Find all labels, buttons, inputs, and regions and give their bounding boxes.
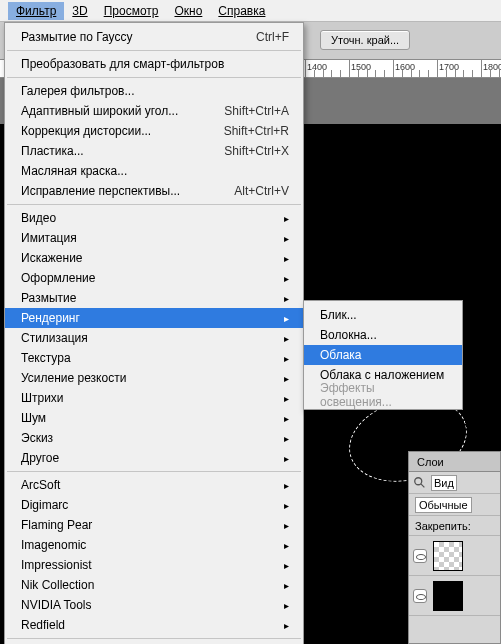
menu-item-category[interactable]: Текстура▸ bbox=[5, 348, 303, 368]
menu-item-label: Размытие bbox=[21, 291, 76, 305]
menu-item-label: Адаптивный широкий угол... bbox=[21, 104, 178, 118]
ruler-tick bbox=[393, 60, 394, 78]
menu-item-label: Шум bbox=[21, 411, 46, 425]
submenu-arrow-icon: ▸ bbox=[284, 233, 289, 244]
ruler-minor-tick bbox=[375, 70, 376, 78]
menu-item[interactable]: Масляная краска... bbox=[5, 161, 303, 181]
submenu-item[interactable]: Облака bbox=[304, 345, 462, 365]
layers-panel[interactable]: Слои Вид Обычные Закрепить: bbox=[408, 451, 501, 644]
ruler-minor-tick bbox=[490, 70, 491, 78]
layer-row[interactable] bbox=[409, 576, 500, 616]
visibility-toggle-icon[interactable] bbox=[413, 589, 427, 603]
blend-mode-select[interactable]: Обычные bbox=[415, 497, 472, 513]
ruler-tick-label: 1700 bbox=[439, 62, 459, 72]
submenu-arrow-icon: ▸ bbox=[284, 333, 289, 344]
menu-item-category[interactable]: Искажение▸ bbox=[5, 248, 303, 268]
menu-item-category[interactable]: Усиление резкости▸ bbox=[5, 368, 303, 388]
menu-item-label: Nik Collection bbox=[21, 578, 94, 592]
menu-item[interactable]: Исправление перспективы...Alt+Ctrl+V bbox=[5, 181, 303, 201]
submenu-arrow-icon: ▸ bbox=[284, 413, 289, 424]
menu-item-convert-smart[interactable]: Преобразовать для смарт-фильтров bbox=[5, 54, 303, 74]
menu-item-label: NVIDIA Tools bbox=[21, 598, 91, 612]
layers-filter-kind[interactable]: Вид bbox=[431, 475, 457, 491]
ruler-minor-tick bbox=[340, 70, 341, 78]
menu-item-category[interactable]: Штрихи▸ bbox=[5, 388, 303, 408]
menu-item-category[interactable]: Рендеринг▸ bbox=[5, 308, 303, 328]
menu-item-category[interactable]: Видео▸ bbox=[5, 208, 303, 228]
menu-item-category[interactable]: Шум▸ bbox=[5, 408, 303, 428]
ruler-minor-tick bbox=[358, 70, 359, 78]
submenu-arrow-icon: ▸ bbox=[284, 620, 289, 631]
menu-item-label: Исправление перспективы... bbox=[21, 184, 180, 198]
menu-item[interactable]: Адаптивный широкий угол...Shift+Ctrl+A bbox=[5, 101, 303, 121]
menu-item-category[interactable]: Имитация▸ bbox=[5, 228, 303, 248]
menu-item-category[interactable]: Другое▸ bbox=[5, 448, 303, 468]
menu-item-label: Штрихи bbox=[21, 391, 64, 405]
ruler-minor-tick bbox=[419, 70, 420, 78]
layers-list bbox=[409, 536, 500, 616]
layers-panel-title: Слои bbox=[417, 456, 444, 468]
menu-item-shortcut: Shift+Ctrl+R bbox=[224, 124, 289, 138]
submenu-item[interactable]: Волокна... bbox=[304, 325, 462, 345]
menu-item-plugin[interactable]: Imagenomic▸ bbox=[5, 535, 303, 555]
menu-item-label: Имитация bbox=[21, 231, 77, 245]
menu-item-shortcut: Alt+Ctrl+V bbox=[234, 184, 289, 198]
layers-panel-tab[interactable]: Слои bbox=[409, 452, 500, 472]
ruler-minor-tick bbox=[499, 70, 500, 78]
menu-item-label: Текстура bbox=[21, 351, 71, 365]
menu-filter[interactable]: Фильтр bbox=[8, 2, 64, 20]
menubar: Фильтр 3D Просмотр Окно Справка bbox=[0, 0, 501, 22]
ruler-minor-tick bbox=[367, 70, 368, 78]
menu-item-category[interactable]: Стилизация▸ bbox=[5, 328, 303, 348]
ruler-minor-tick bbox=[384, 70, 385, 78]
submenu-arrow-icon: ▸ bbox=[284, 373, 289, 384]
submenu-item[interactable]: Блик... bbox=[304, 305, 462, 325]
ruler-minor-tick bbox=[402, 70, 403, 78]
menu-item-label: Искажение bbox=[21, 251, 83, 265]
menu-item-plugin[interactable]: Nik Collection▸ bbox=[5, 575, 303, 595]
submenu-item-label: Волокна... bbox=[320, 328, 377, 342]
menu-view[interactable]: Просмотр bbox=[96, 2, 167, 20]
ruler-minor-tick bbox=[411, 70, 412, 78]
ruler-tick-label: 1400 bbox=[307, 62, 327, 72]
menu-item-plugin[interactable]: ArcSoft▸ bbox=[5, 475, 303, 495]
submenu-item: Эффекты освещения... bbox=[304, 385, 462, 405]
menu-item-label: Redfield bbox=[21, 618, 65, 632]
layer-thumbnail[interactable] bbox=[433, 581, 463, 611]
ruler-minor-tick bbox=[472, 70, 473, 78]
menu-item-plugin[interactable]: NVIDIA Tools▸ bbox=[5, 595, 303, 615]
menu-window[interactable]: Окно bbox=[166, 2, 210, 20]
menu-item-shortcut: Shift+Ctrl+A bbox=[224, 104, 289, 118]
menu-help[interactable]: Справка bbox=[210, 2, 273, 20]
menu-item-plugin[interactable]: Redfield▸ bbox=[5, 615, 303, 635]
menu-item[interactable]: Коррекция дисторсии...Shift+Ctrl+R bbox=[5, 121, 303, 141]
menu-item[interactable]: Галерея фильтров... bbox=[5, 81, 303, 101]
menu-item-label: Imagenomic bbox=[21, 538, 86, 552]
menu-item-plugin[interactable]: Flaming Pear▸ bbox=[5, 515, 303, 535]
visibility-toggle-icon[interactable] bbox=[413, 549, 427, 563]
menu-item-plugin[interactable]: Digimarc▸ bbox=[5, 495, 303, 515]
menu-item-label: Галерея фильтров... bbox=[21, 84, 134, 98]
ruler-minor-tick bbox=[314, 70, 315, 78]
ruler-tick bbox=[437, 60, 438, 78]
submenu-item-label: Блик... bbox=[320, 308, 357, 322]
menu-3d[interactable]: 3D bbox=[64, 2, 95, 20]
menu-item[interactable]: Пластика...Shift+Ctrl+X bbox=[5, 141, 303, 161]
filter-menu-dropdown: Размытие по Гауссу Ctrl+F Преобразовать … bbox=[4, 22, 304, 644]
submenu-arrow-icon: ▸ bbox=[284, 580, 289, 591]
menu-item-plugin[interactable]: Impressionist▸ bbox=[5, 555, 303, 575]
menu-item-category[interactable]: Оформление▸ bbox=[5, 268, 303, 288]
menu-item-last-filter[interactable]: Размытие по Гауссу Ctrl+F bbox=[5, 27, 303, 47]
menu-item-category[interactable]: Эскиз▸ bbox=[5, 428, 303, 448]
submenu-arrow-icon: ▸ bbox=[284, 253, 289, 264]
submenu-arrow-icon: ▸ bbox=[284, 500, 289, 511]
render-submenu: Блик...Волокна...ОблакаОблака с наложени… bbox=[303, 300, 463, 410]
refine-edge-button[interactable]: Уточн. край... bbox=[320, 30, 410, 50]
menu-item-category[interactable]: Размытие▸ bbox=[5, 288, 303, 308]
layer-thumbnail[interactable] bbox=[433, 541, 463, 571]
svg-line-1 bbox=[421, 483, 425, 487]
layer-row[interactable] bbox=[409, 536, 500, 576]
layers-blend-row: Обычные bbox=[409, 494, 500, 516]
menu-item-label: Размытие по Гауссу bbox=[21, 30, 132, 44]
menu-item-label: Оформление bbox=[21, 271, 95, 285]
